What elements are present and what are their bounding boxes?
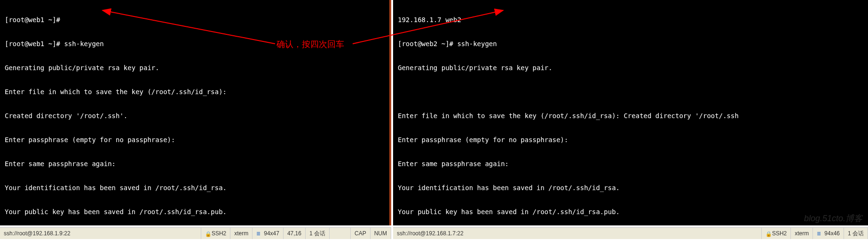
term-line-cmd: [root@web2 ~]# ssh-keygen xyxy=(393,40,868,48)
terminal-pane-web2[interactable]: 192.168.1.7 web2 [root@web2 ~]# ssh-keyg… xyxy=(393,0,868,225)
term-line: Your identification has been saved in /r… xyxy=(0,184,389,192)
status-term: xterm xyxy=(791,228,813,239)
status-protocol: 🔒 SSH2 xyxy=(762,228,791,239)
terminal-pane-web1[interactable]: [root@web1 ~]# [root@web1 ~]# ssh-keygen… xyxy=(0,0,391,225)
term-line xyxy=(393,88,868,96)
status-size: ≣ 94x47 xyxy=(253,228,284,239)
term-line: Your public key has been saved in /root/… xyxy=(393,208,868,216)
lock-icon: 🔒 xyxy=(765,231,770,236)
status-cap: CAP xyxy=(351,228,371,239)
status-size-text: 94x47 xyxy=(264,230,279,237)
status-proto-text: SSH2 xyxy=(212,230,226,237)
term-line: 192.168.1.7 web2 xyxy=(393,16,868,24)
statusbar-web2: ssh://root@192.168.1.7:22 🔒 SSH2 xterm ≣… xyxy=(393,227,868,239)
status-size: ≣ 94x46 xyxy=(813,228,844,239)
lock-icon: 🔒 xyxy=(205,231,210,236)
status-session: 1 会话 xyxy=(844,228,868,239)
status-term: xterm xyxy=(230,228,253,239)
status-connection: ssh://root@192.168.1.7:22 xyxy=(393,228,762,239)
term-line: Enter file in which to save the key (/ro… xyxy=(0,88,389,96)
term-line: Enter file in which to save the key (/ro… xyxy=(393,112,868,120)
status-num: NUM xyxy=(371,228,391,239)
status-connection: ssh://root@192.168.1.9:22 xyxy=(0,228,201,239)
watermark-text: blog.51cto.博客 xyxy=(804,213,862,224)
dimensions-icon: ≣ xyxy=(256,231,262,236)
term-line: [root@web1 ~]# xyxy=(0,16,389,24)
term-line: Your identification has been saved in /r… xyxy=(393,184,868,192)
annotation-text: 确认，按四次回车 xyxy=(276,39,344,50)
container: { "left_terminal": { "lines": [ "[root@w… xyxy=(0,0,868,240)
status-size-text: 94x46 xyxy=(824,230,840,237)
status-proto-text: SSH2 xyxy=(772,230,787,237)
term-line: Enter same passphrase again: xyxy=(393,160,868,168)
status-position: 47,16 xyxy=(284,228,306,239)
status-session: 1 会话 xyxy=(306,228,330,239)
statusbar-web1: ssh://root@192.168.1.9:22 🔒 SSH2 xterm ≣… xyxy=(0,227,391,239)
term-line: Enter passphrase (empty for no passphras… xyxy=(0,136,389,144)
term-line: Generating public/private rsa key pair. xyxy=(393,64,868,72)
term-line: Enter same passphrase again: xyxy=(0,160,389,168)
term-line: Your public key has been saved in /root/… xyxy=(0,208,389,216)
term-line: Enter passphrase (empty for no passphras… xyxy=(393,136,868,144)
status-protocol: 🔒 SSH2 xyxy=(201,228,230,239)
term-line: Created directory '/root/.ssh'. xyxy=(0,112,389,120)
dimensions-icon: ≣ xyxy=(817,231,822,236)
status-spacer xyxy=(330,228,351,239)
term-line: Generating public/private rsa key pair. xyxy=(0,64,389,72)
